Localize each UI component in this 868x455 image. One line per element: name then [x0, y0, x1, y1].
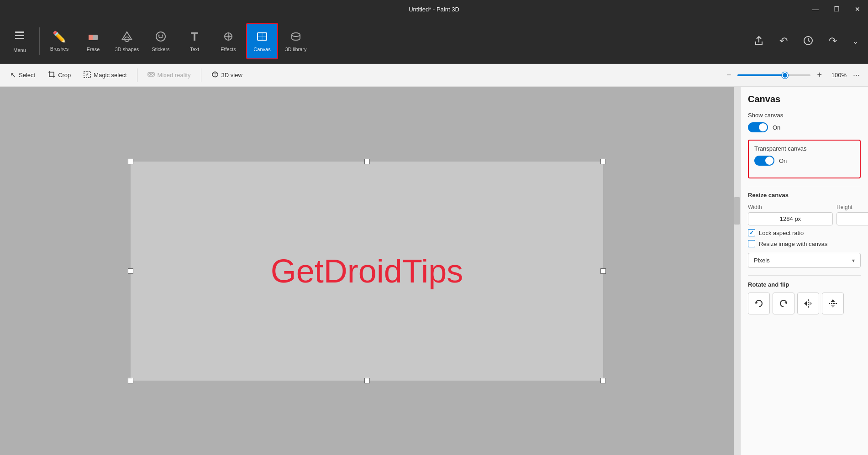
transparent-canvas-knob: [765, 157, 773, 165]
flip-horizontal-button[interactable]: [797, 293, 819, 314]
show-canvas-value: On: [773, 124, 780, 131]
share-icon: [753, 35, 764, 47]
view3d-button[interactable]: 3D view: [207, 67, 247, 84]
resize-canvas-label: Resize canvas: [748, 192, 861, 199]
svg-marker-23: [756, 302, 758, 304]
pixels-dropdown[interactable]: Pixels ▾: [748, 253, 861, 268]
rotate-ccw-button[interactable]: [748, 293, 770, 314]
svg-point-8: [158, 34, 160, 36]
toolbar-menu-label: Menu: [13, 47, 26, 53]
rotate-cw-button[interactable]: [773, 293, 794, 314]
toolbar-item-share[interactable]: [747, 23, 770, 59]
text-icon: T: [191, 30, 198, 44]
rotate-flip-label: Rotate and flip: [748, 281, 861, 288]
undo-icon: ↶: [779, 35, 788, 47]
toolbar-item-menu[interactable]: Menu: [4, 23, 36, 59]
toolbar-item-more[interactable]: ⌄: [846, 23, 864, 59]
width-input[interactable]: [748, 212, 833, 225]
canvas-area[interactable]: GetDroidTips: [0, 87, 734, 455]
zoom-value: 100%: [828, 72, 847, 78]
handle-bot-left[interactable]: [128, 378, 133, 383]
toolbar-item-stickers[interactable]: Stickers: [145, 23, 177, 59]
redo-icon: ↷: [829, 35, 837, 47]
toolbar-item-brushes[interactable]: ✏️ Brushes: [43, 23, 75, 59]
zoom-minus-button[interactable]: −: [724, 69, 734, 81]
toolbar-item-text[interactable]: T Text: [179, 23, 210, 59]
toolbar-item-3dshapes[interactable]: 3D shapes: [111, 23, 143, 59]
show-canvas-toggle[interactable]: [748, 122, 768, 132]
erase-icon: [87, 30, 100, 44]
toolbar-item-redo[interactable]: ↷: [821, 23, 844, 59]
wh-row: Width Height: [748, 204, 861, 225]
resize-image-row[interactable]: Resize image with canvas: [748, 240, 861, 247]
svg-point-7: [156, 32, 165, 41]
handle-bot-center[interactable]: [364, 378, 370, 383]
magic-select-label: Magic select: [94, 72, 126, 78]
lock-aspect-row[interactable]: ✓ Lock aspect ratio: [748, 229, 861, 236]
secondary-sep-2: [201, 68, 201, 82]
secondary-toolbar: ↖ Select Crop Magic select M: [0, 64, 868, 87]
handle-top-center[interactable]: [364, 159, 370, 164]
transparent-canvas-toggle[interactable]: [754, 156, 774, 166]
zoom-thumb[interactable]: [782, 72, 788, 78]
height-input[interactable]: [836, 212, 868, 225]
stickers-icon: [154, 30, 167, 44]
canvas-text: GetDroidTips: [271, 252, 463, 290]
toolbar-effects-label: Effects: [221, 47, 236, 52]
magic-select-button[interactable]: Magic select: [79, 67, 131, 84]
toolbar-item-history[interactable]: [797, 23, 820, 59]
handle-top-right[interactable]: [600, 159, 606, 164]
crop-icon: [48, 71, 55, 79]
toolbar-canvas-label: Canvas: [253, 47, 270, 52]
handle-top-left[interactable]: [128, 159, 133, 164]
history-icon: [803, 35, 814, 47]
svg-point-18: [149, 73, 151, 75]
handle-mid-left[interactable]: [128, 268, 133, 274]
titlebar-controls: — ❐ ✕: [805, 0, 868, 18]
crop-button[interactable]: Crop: [43, 67, 75, 84]
select-label: Select: [19, 72, 35, 78]
toolbar-item-undo[interactable]: ↶: [772, 23, 795, 59]
toolbar-item-effects[interactable]: Effects: [212, 23, 244, 59]
resize-image-checkbox[interactable]: [748, 240, 755, 247]
flip-vertical-button[interactable]: [822, 293, 844, 314]
svg-marker-30: [831, 305, 835, 308]
svg-point-14: [292, 33, 300, 37]
lock-aspect-label: Lock aspect ratio: [759, 230, 804, 236]
mixed-reality-button: Mixed reality: [143, 67, 195, 84]
3dshapes-icon: [121, 30, 133, 44]
scrollbar-thumb[interactable]: [734, 197, 740, 225]
minimize-button[interactable]: —: [805, 0, 826, 18]
mixed-reality-label: Mixed reality: [158, 72, 191, 78]
effects-icon: [222, 30, 235, 44]
zoom-area: − + 100% ···: [724, 69, 863, 81]
handle-mid-right[interactable]: [600, 268, 606, 274]
canvas: GetDroidTips: [131, 162, 603, 381]
transparent-canvas-box: Transparent canvas On: [748, 140, 861, 178]
toolbar-item-canvas[interactable]: Canvas: [246, 23, 278, 59]
lock-aspect-checkbox[interactable]: ✓: [748, 229, 755, 236]
divider-2: [748, 275, 861, 276]
svg-marker-26: [804, 301, 807, 306]
show-canvas-label: Show canvas: [748, 112, 861, 119]
zoom-slider[interactable]: [737, 74, 810, 76]
vertical-scrollbar[interactable]: [734, 87, 740, 455]
toolbar-brushes-label: Brushes: [50, 46, 68, 52]
toolbar-item-erase[interactable]: Erase: [77, 23, 109, 59]
right-panel: Canvas Show canvas On Transparent canvas…: [740, 87, 868, 455]
pixels-label: Pixels: [754, 257, 770, 264]
crop-label: Crop: [58, 72, 71, 78]
zoom-plus-button[interactable]: +: [814, 69, 825, 81]
handle-bot-right[interactable]: [600, 378, 606, 383]
restore-button[interactable]: ❐: [826, 0, 847, 18]
magic-select-icon: [84, 71, 91, 79]
toolbar-erase-label: Erase: [87, 47, 100, 52]
select-button[interactable]: ↖ Select: [5, 67, 40, 84]
toolbar-3dshapes-label: 3D shapes: [115, 47, 139, 52]
toolbar-sep-1: [39, 27, 40, 55]
close-button[interactable]: ✕: [847, 0, 868, 18]
toolbar-item-3dlibrary[interactable]: 3D library: [280, 23, 312, 59]
zoom-more-button[interactable]: ···: [850, 69, 863, 81]
view3d-label: 3D view: [221, 72, 242, 78]
svg-marker-24: [784, 302, 787, 304]
